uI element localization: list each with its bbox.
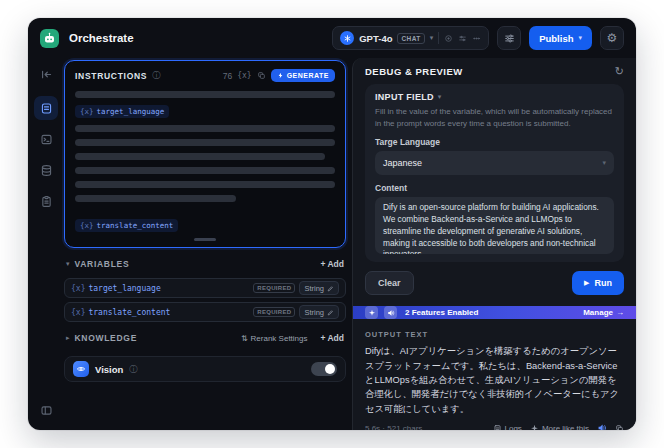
nav-datasets-icon[interactable] (34, 158, 58, 182)
arrow-right-icon: → (616, 308, 624, 317)
model-selector[interactable]: GPT-4o CHAT ▾ (332, 26, 489, 50)
play-icon: ▶ (584, 279, 589, 287)
run-button[interactable]: ▶ Run (572, 271, 624, 295)
output-text-title: OUTPUT TEXT (365, 330, 624, 339)
insert-variable-button[interactable]: {x} (237, 71, 251, 80)
variable-type-pill[interactable]: String (299, 305, 339, 319)
rerank-settings-button[interactable]: ⇅ Rerank Settings (241, 334, 308, 343)
vision-feature-row: Vision ⓘ (64, 356, 346, 382)
variable-chip[interactable]: {x} target_language (75, 105, 169, 118)
nav-api-access-icon[interactable] (34, 127, 58, 151)
chevron-down-icon: ▾ (430, 34, 434, 42)
bolt-icon (277, 72, 284, 79)
variable-row[interactable]: {x} target_language REQUIRED String (64, 278, 346, 298)
vision-toggle[interactable] (311, 362, 337, 376)
model-tune-button[interactable] (497, 26, 521, 50)
chevron-right-icon[interactable]: ▸ (66, 334, 70, 342)
logs-icon (493, 424, 502, 430)
add-variable-button[interactable]: + Add (321, 259, 345, 269)
variable-chip[interactable]: {x} translate_content (75, 219, 178, 232)
clear-button[interactable]: Clear (365, 271, 414, 295)
variable-type-pill[interactable]: String (299, 281, 339, 295)
target-language-label: Targe Language (375, 137, 614, 147)
variables-title: VARIABLES (75, 259, 130, 269)
content-textarea[interactable]: Dify is an open-source platform for buil… (375, 197, 614, 254)
more-like-this-feature-icon (365, 306, 378, 319)
debug-preview-title: DEBUG & PREVIEW (365, 66, 463, 77)
copy-icon[interactable] (615, 424, 624, 430)
plus-icon: + (321, 333, 326, 343)
plus-icon: + (321, 259, 326, 269)
knowledge-title: KNOWLEDGE (75, 333, 138, 343)
page-title: Orchestrate (69, 32, 134, 44)
model-param-icon (458, 34, 467, 43)
input-field-card: INPUT FIELD ▾ Fill in the value of the v… (365, 84, 624, 262)
chevron-down-icon: ▾ (578, 34, 582, 42)
output-text: Difyは、AIアプリケーションを構築するためのオープンソースプラットフォームで… (365, 344, 624, 416)
gear-icon: ⚙ (607, 32, 618, 44)
instructions-editor[interactable]: INSTRUCTIONS ⓘ 76 {x} GENERATE (64, 60, 346, 248)
output-stats: 5.6s · 521 chars (365, 424, 422, 430)
model-param-icon (472, 34, 481, 43)
instructions-title: INSTRUCTIONS (75, 71, 147, 81)
model-provider-icon (340, 31, 354, 45)
model-param-icon (444, 34, 453, 43)
debug-preview-panel: DEBUG & PREVIEW ↻ INPUT FIELD ▾ Fill in … (352, 58, 636, 430)
publish-button[interactable]: Publish ▾ (529, 26, 592, 50)
info-icon[interactable]: ⓘ (152, 70, 160, 81)
features-bar: 2 Features Enabled Manage → (353, 306, 636, 319)
back-to-apps-button[interactable] (34, 62, 58, 86)
chevron-down-icon: ▾ (602, 159, 606, 167)
logs-button[interactable]: Logs (493, 424, 522, 430)
manage-features-button[interactable]: Manage → (583, 308, 624, 317)
prompt-skeleton: {x} target_language {x} translate_conten… (75, 91, 335, 232)
text-to-speech-feature-icon (384, 306, 397, 319)
features-enabled-label: 2 Features Enabled (405, 308, 478, 317)
variables-section-header: ▾ VARIABLES + Add (64, 254, 346, 274)
required-badge: REQUIRED (253, 307, 295, 317)
nav-orchestrate-icon[interactable] (34, 96, 58, 120)
nav-rail (28, 58, 64, 430)
app-window: Orchestrate GPT-4o CHAT ▾ (28, 18, 636, 430)
token-count: 76 (223, 71, 232, 81)
info-icon[interactable]: ⓘ (129, 364, 137, 375)
add-knowledge-button[interactable]: + Add (321, 333, 345, 343)
edit-icon (327, 309, 334, 316)
app-settings-button[interactable]: ⚙ (600, 26, 624, 50)
speaker-icon[interactable] (597, 423, 607, 430)
chevron-down-icon[interactable]: ▾ (66, 260, 70, 268)
sparkle-icon (530, 424, 539, 430)
refresh-icon[interactable]: ↻ (615, 66, 624, 77)
vision-eye-icon (73, 361, 89, 377)
resize-handle[interactable] (194, 238, 216, 241)
knowledge-section-header: ▸ KNOWLEDGE ⇅ Rerank Settings + Add (64, 328, 346, 348)
target-language-select[interactable]: Japanese ▾ (375, 151, 614, 175)
copy-icon[interactable] (257, 71, 266, 80)
dify-logo-icon[interactable] (40, 29, 59, 48)
edit-icon (327, 285, 334, 292)
content-label: Content (375, 183, 614, 193)
input-field-title: INPUT FIELD (375, 92, 434, 102)
vision-label: Vision (95, 364, 123, 375)
input-field-description: Fill in the value of the variable, which… (375, 106, 614, 129)
collapse-panel-icon[interactable] (34, 398, 58, 422)
orchestrate-column: INSTRUCTIONS ⓘ 76 {x} GENERATE (64, 58, 352, 430)
required-badge: REQUIRED (253, 283, 295, 293)
app-header: Orchestrate GPT-4o CHAT ▾ (28, 18, 636, 58)
chevron-down-icon[interactable]: ▾ (438, 93, 442, 101)
rerank-icon: ⇅ (241, 334, 248, 343)
generate-button[interactable]: GENERATE (271, 69, 335, 82)
variable-row[interactable]: {x} translate_content REQUIRED String (64, 302, 346, 322)
more-like-this-button[interactable]: More like this (530, 424, 589, 430)
model-name: GPT-4o (359, 33, 392, 44)
chat-mode-badge: CHAT (397, 33, 424, 44)
nav-logs-icon[interactable] (34, 189, 58, 213)
